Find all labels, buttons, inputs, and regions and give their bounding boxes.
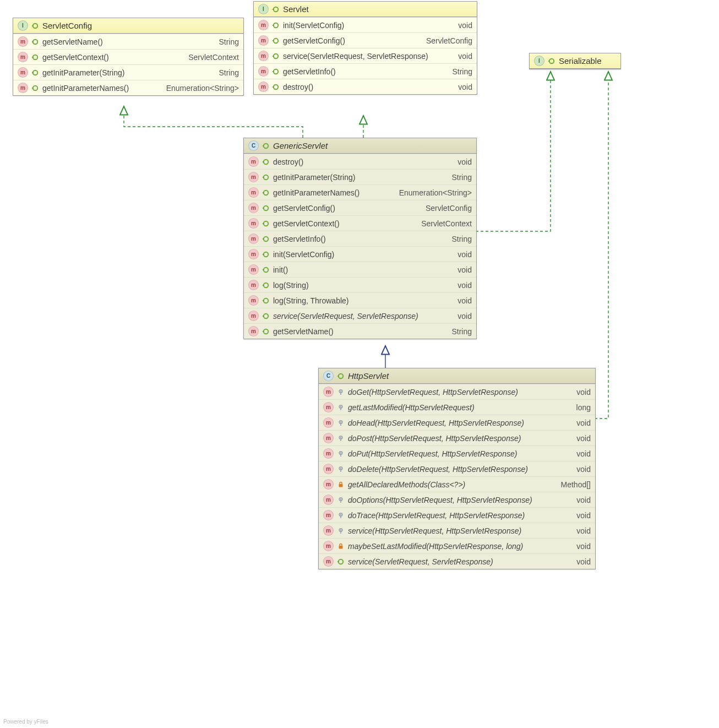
svg-point-34 xyxy=(264,221,268,225)
uml-title: GenericServlet xyxy=(273,141,328,150)
svg-rect-11 xyxy=(273,9,274,10)
method-icon: m xyxy=(323,464,334,474)
method-row[interactable]: mdoDelete(HttpServletRequest, HttpServle… xyxy=(319,461,595,476)
method-signature: getInitParameter(String) xyxy=(273,173,448,182)
method-row[interactable]: mgetServletInfo()String xyxy=(244,231,476,246)
method-signature: getServletInfo() xyxy=(273,235,448,243)
uml-interface-servlet[interactable]: IServletminit(ServletConfig)voidmgetServ… xyxy=(253,1,477,95)
method-row[interactable]: mgetServletContext()ServletContext xyxy=(244,215,476,231)
method-row[interactable]: mdestroy()void xyxy=(254,79,477,94)
uml-title: ServletConfig xyxy=(42,21,92,30)
method-row[interactable]: mgetServletName()String xyxy=(13,34,243,49)
method-icon: m xyxy=(248,264,259,275)
method-row[interactable]: mdoHead(HttpServletRequest, HttpServletR… xyxy=(319,415,595,430)
public-visibility-icon xyxy=(262,297,270,305)
public-visibility-icon xyxy=(262,235,270,243)
svg-point-8 xyxy=(33,85,37,90)
svg-rect-79 xyxy=(340,531,341,534)
uml-header[interactable]: IServlet xyxy=(254,2,477,17)
method-icon: m xyxy=(258,35,269,46)
method-row[interactable]: mgetInitParameterNames()Enumeration<Stri… xyxy=(244,184,476,200)
method-row[interactable]: mgetLastModified(HttpServletRequest)long xyxy=(319,399,595,415)
method-row[interactable]: mlog(String, Throwable)void xyxy=(244,292,476,308)
method-return-type: void xyxy=(576,465,591,474)
method-return-type: void xyxy=(457,157,472,166)
method-row[interactable]: mgetServletInfo()String xyxy=(254,63,477,79)
svg-rect-31 xyxy=(263,192,264,193)
uml-class-httpServlet[interactable]: CHttpServletmdoGet(HttpServletRequest, H… xyxy=(318,368,596,569)
method-row[interactable]: mdoPut(HttpServletRequest, HttpServletRe… xyxy=(319,446,595,461)
public-visibility-icon xyxy=(548,57,555,65)
method-icon: m xyxy=(18,36,28,47)
method-row[interactable]: mservice(ServletRequest, ServletResponse… xyxy=(244,308,476,323)
arrow-realize-genericServlet-servletConfig xyxy=(124,106,303,138)
method-row[interactable]: minit(ServletConfig)void xyxy=(244,246,476,262)
method-icon: m xyxy=(323,433,334,443)
svg-rect-80 xyxy=(339,546,343,549)
method-row[interactable]: minit()void xyxy=(244,262,476,277)
method-return-type: void xyxy=(458,21,472,30)
svg-rect-25 xyxy=(263,145,264,146)
method-row[interactable]: mgetServletConfig()ServletConfig xyxy=(244,200,476,215)
method-row[interactable]: mgetAllDeclaredMethods(Class<?>)Method[] xyxy=(319,476,595,492)
uml-class-genericServlet[interactable]: CGenericServletmdestroy()voidmgetInitPar… xyxy=(243,138,477,339)
method-icon: m xyxy=(323,541,334,551)
method-icon: m xyxy=(248,218,259,229)
public-visibility-icon xyxy=(31,53,39,61)
svg-rect-29 xyxy=(263,177,264,178)
svg-rect-82 xyxy=(337,561,339,562)
method-signature: init(ServletConfig) xyxy=(273,250,454,259)
public-visibility-icon xyxy=(31,38,39,46)
protected-visibility-icon xyxy=(337,527,345,535)
uml-interface-serializable[interactable]: ISerializable xyxy=(529,53,621,69)
method-return-type: void xyxy=(576,496,591,504)
method-row[interactable]: mmaybeSetLastModified(HttpServletRespons… xyxy=(319,538,595,553)
method-row[interactable]: mdoTrace(HttpServletRequest, HttpServlet… xyxy=(319,507,595,523)
svg-point-16 xyxy=(274,53,278,58)
svg-point-30 xyxy=(264,190,268,194)
method-row[interactable]: mservice(ServletRequest, ServletResponse… xyxy=(319,553,595,569)
method-icon: m xyxy=(323,495,334,505)
svg-rect-76 xyxy=(340,515,341,518)
method-row[interactable]: mdoPost(HttpServletRequest, HttpServletR… xyxy=(319,430,595,446)
uml-header[interactable]: CGenericServlet xyxy=(244,138,476,154)
method-signature: doPut(HttpServletRequest, HttpServletRes… xyxy=(348,449,573,458)
public-visibility-icon xyxy=(262,266,270,274)
method-row[interactable]: mgetServletName()String xyxy=(244,323,476,339)
method-icon: m xyxy=(248,295,259,306)
svg-point-72 xyxy=(340,498,341,499)
svg-rect-63 xyxy=(340,438,341,441)
svg-rect-9 xyxy=(32,88,34,89)
protected-visibility-icon xyxy=(337,434,345,442)
uml-header[interactable]: IServletConfig xyxy=(13,18,243,34)
method-return-type: ServletContext xyxy=(188,53,239,62)
method-row[interactable]: minit(ServletConfig)void xyxy=(254,17,477,32)
method-row[interactable]: mdoOptions(HttpServletRequest, HttpServl… xyxy=(319,492,595,507)
public-visibility-icon xyxy=(262,189,270,197)
method-icon: m xyxy=(18,83,28,93)
method-return-type: void xyxy=(576,557,591,566)
uml-interface-servletConfig[interactable]: IServletConfigmgetServletName()Stringmge… xyxy=(13,18,244,96)
svg-point-10 xyxy=(274,7,278,11)
uml-header[interactable]: ISerializable xyxy=(530,53,620,69)
method-row[interactable]: mlog(String)void xyxy=(244,277,476,292)
method-row[interactable]: mgetInitParameter(String)String xyxy=(244,169,476,184)
method-icon: m xyxy=(258,66,269,77)
method-row[interactable]: mgetServletContext()ServletContext xyxy=(13,49,243,64)
method-icon: m xyxy=(248,172,259,182)
method-row[interactable]: mservice(ServletRequest, ServletResponse… xyxy=(254,48,477,63)
method-row[interactable]: mgetInitParameterNames()Enumeration<Stri… xyxy=(13,80,243,95)
method-signature: maybeSetLastModified(HttpServletResponse… xyxy=(348,542,573,551)
svg-rect-17 xyxy=(273,56,274,57)
method-return-type: void xyxy=(457,296,472,305)
method-return-type: void xyxy=(576,388,591,396)
method-row[interactable]: mservice(HttpServletRequest, HttpServlet… xyxy=(319,523,595,538)
svg-rect-54 xyxy=(340,392,341,395)
method-row[interactable]: mdoGet(HttpServletRequest, HttpServletRe… xyxy=(319,384,595,399)
method-row[interactable]: mgetInitParameter(String)String xyxy=(13,64,243,80)
uml-header[interactable]: CHttpServlet xyxy=(319,368,595,384)
svg-rect-33 xyxy=(263,208,264,209)
method-row[interactable]: mgetServletConfig()ServletConfig xyxy=(254,32,477,48)
method-row[interactable]: mdestroy()void xyxy=(244,154,476,169)
method-icon: m xyxy=(323,402,334,412)
